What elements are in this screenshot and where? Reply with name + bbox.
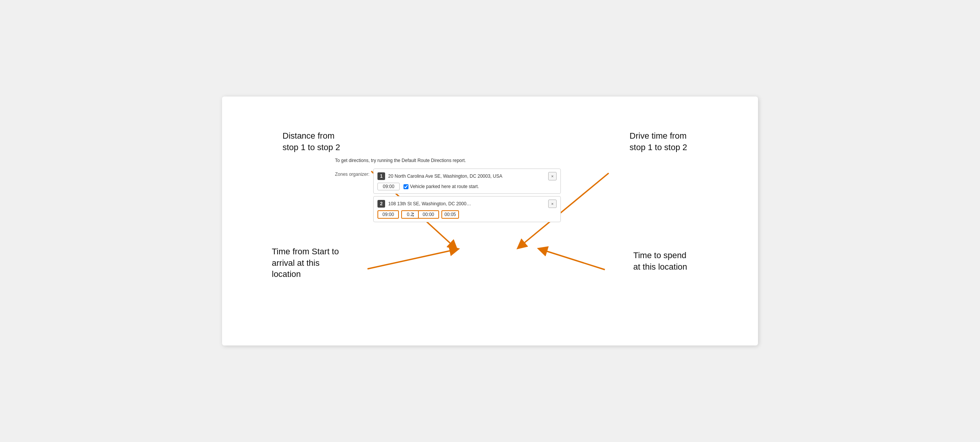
stop-1-header: 1 20 North Carolina Ave SE, Washington, … [377, 172, 557, 180]
stop-1-address: 20 North Carolina Ave SE, Washington, DC… [388, 174, 545, 179]
content-panel: To get directions, try running the Defau… [335, 158, 561, 224]
stops-container: 1 20 North Carolina Ave SE, Washington, … [373, 169, 561, 222]
stop-1-parked-label: Vehicle parked here at route start. [403, 184, 479, 189]
stop-2-number: 2 [377, 200, 385, 208]
directions-note: To get directions, try running the Defau… [335, 158, 561, 163]
stop-2-distance-spinners: ▲ ▼ [412, 212, 415, 217]
annotation-distance: Distance fromstop 1 to stop 2 [283, 130, 340, 153]
stop-card-1: 1 20 North Carolina Ave SE, Washington, … [373, 169, 561, 194]
stop-1-parked-text: Vehicle parked here at route start. [410, 184, 479, 189]
stop-2-header: 2 108 13th St SE, Washington, DC 2000… × [377, 200, 557, 208]
stop-card-2: 2 108 13th St SE, Washington, DC 2000… ×… [373, 196, 561, 222]
stop-1-close-button[interactable]: × [548, 172, 557, 180]
page-wrapper: Distance fromstop 1 to stop 2 Drive time… [222, 97, 758, 345]
stop-2-distance-wrapper: ▲ ▼ [401, 210, 415, 219]
stop-2-inputs: ▲ ▼ [377, 210, 557, 219]
stop-2-drive-time-input[interactable] [418, 210, 439, 219]
stop-1-parked-checkbox[interactable] [403, 184, 408, 189]
zones-label: Zones organizer: [335, 169, 369, 177]
stop-2-distance-input[interactable] [401, 210, 419, 219]
stop-2-close-button[interactable]: × [548, 200, 557, 208]
stop-2-arrival-input[interactable] [377, 210, 399, 219]
annotation-arrival-time: Time from Start toarrival at thislocatio… [272, 246, 339, 280]
svg-line-3 [542, 250, 605, 270]
stop-1-sub: Vehicle parked here at route start. [377, 183, 557, 190]
stop-1-arrival-input[interactable] [377, 183, 400, 190]
annotation-drive-time: Drive time fromstop 1 to stop 2 [630, 130, 687, 153]
stop-1-number: 1 [377, 172, 385, 180]
zones-row: Zones organizer: 1 20 North Carolina Ave… [335, 169, 561, 222]
distance-down-arrow[interactable]: ▼ [412, 214, 415, 217]
svg-line-2 [368, 250, 455, 269]
annotation-spend-time: Time to spendat this location [633, 250, 687, 272]
stop-2-address: 108 13th St SE, Washington, DC 2000… [388, 201, 545, 206]
distance-up-arrow[interactable]: ▲ [412, 212, 415, 214]
stop-2-spend-time-input[interactable] [441, 210, 459, 219]
